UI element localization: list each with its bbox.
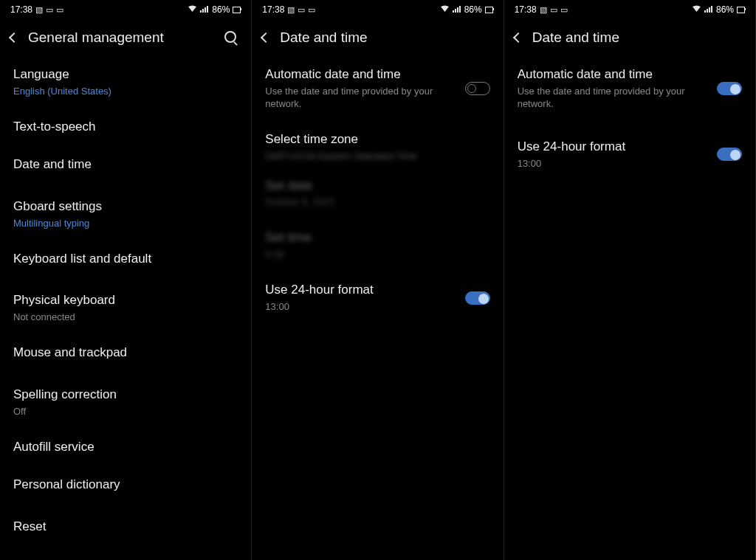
status-right: 86% (188, 4, 241, 15)
item-keyboard-list[interactable]: Keyboard list and default (13, 241, 238, 278)
svg-rect-11 (711, 6, 712, 13)
image-icon: ▧ (540, 5, 547, 15)
battery-icon (485, 7, 493, 13)
battery-icon (233, 7, 241, 13)
search-icon[interactable] (224, 31, 238, 44)
item-title: Date and time (13, 156, 238, 173)
status-time: 17:38 (515, 4, 537, 15)
item-sub: 5:38 (265, 249, 489, 261)
item-title: Personal dictionary (13, 477, 238, 494)
item-title: Keyboard list and default (13, 251, 238, 268)
header: General management (0, 19, 251, 56)
toggle-auto-datetime[interactable] (465, 82, 490, 95)
status-bar: 17:38 ▧ ▭ ▭ 86% (252, 0, 503, 19)
item-set-date[interactable]: Set date October 6, 2023 (265, 167, 489, 220)
card-icon-2: ▭ (308, 5, 315, 15)
item-sub: 13:00 (518, 158, 709, 170)
battery-icon (737, 7, 745, 13)
item-title: Reset (13, 519, 238, 536)
item-mouse-trackpad[interactable]: Mouse and trackpad (13, 334, 238, 372)
image-icon: ▧ (35, 5, 43, 15)
battery-percent: 86% (716, 4, 734, 15)
item-title: Language (13, 66, 238, 83)
back-icon[interactable] (261, 32, 271, 43)
item-title: Set time (265, 229, 489, 246)
card-icon: ▭ (46, 5, 53, 15)
item-title: Automatic date and time (518, 66, 709, 83)
wifi-icon (692, 5, 701, 14)
status-bar: 17:38 ▧ ▭ ▭ 86% (504, 0, 755, 19)
status-bar: 17:38 ▧ ▭ ▭ 86% (0, 0, 251, 19)
item-personal-dictionary[interactable]: Personal dictionary (13, 466, 238, 504)
item-language[interactable]: Language English (United States) (13, 56, 238, 108)
svg-rect-1 (202, 9, 204, 13)
card-icon-2: ▭ (560, 5, 568, 15)
wifi-icon (440, 5, 450, 14)
svg-rect-5 (455, 9, 456, 13)
datetime-list: Automatic date and time Use the date and… (504, 56, 755, 181)
header: Date and time (504, 19, 755, 56)
panel-general-management: 17:38 ▧ ▭ ▭ 86% General management Langu… (0, 0, 252, 560)
image-icon: ▧ (287, 5, 295, 15)
signal-icon (200, 5, 209, 14)
toggle-24h[interactable] (717, 148, 742, 161)
card-icon: ▭ (550, 5, 557, 15)
item-set-time[interactable]: Set time 5:38 (265, 219, 489, 272)
item-tts[interactable]: Text-to-speech (13, 108, 238, 146)
item-title: Text-to-speech (13, 119, 238, 136)
svg-rect-0 (200, 10, 202, 13)
row-auto-datetime[interactable]: Automatic date and time Use the date and… (265, 56, 489, 121)
status-right: 86% (440, 4, 493, 15)
item-title: Use 24-hour format (518, 139, 709, 156)
header: Date and time (252, 19, 503, 56)
item-sub: English (United States) (13, 86, 238, 98)
settings-list: Language English (United States) Text-to… (0, 56, 251, 546)
panel-date-time-expanded: 17:38 ▧ ▭ ▭ 86% Date and time Automatic … (252, 0, 504, 560)
item-sub: Off (13, 406, 238, 418)
item-title: Select time zone (265, 131, 489, 148)
row-24h[interactable]: Use 24-hour format 13:00 (265, 272, 489, 324)
item-autofill[interactable]: Autofill service (13, 429, 238, 466)
page-title: Date and time (280, 30, 489, 46)
wifi-icon (188, 5, 197, 14)
item-title: Use 24-hour format (265, 282, 457, 299)
item-title: Spelling correction (13, 387, 238, 404)
item-date-time[interactable]: Date and time (13, 146, 238, 184)
item-reset[interactable]: Reset (13, 508, 238, 546)
status-left: 17:38 ▧ ▭ ▭ (10, 4, 63, 15)
status-right: 86% (692, 4, 745, 15)
item-title: Mouse and trackpad (13, 345, 238, 362)
back-icon[interactable] (9, 32, 19, 43)
status-time: 17:38 (10, 4, 32, 15)
item-sub: Use the date and time provided by your n… (518, 86, 709, 111)
item-sub: 13:00 (265, 301, 457, 314)
card-icon-2: ▭ (56, 5, 63, 15)
svg-rect-3 (207, 6, 208, 13)
panel-date-time-collapsed: 17:38 ▧ ▭ ▭ 86% Date and time Automatic … (504, 0, 756, 560)
item-sub: October 6, 2023 (265, 196, 489, 209)
datetime-list: Automatic date and time Use the date and… (252, 56, 503, 324)
signal-icon (453, 5, 461, 14)
item-sub: Multilingual typing (13, 218, 238, 230)
row-24h[interactable]: Use 24-hour format 13:00 (518, 128, 742, 181)
svg-rect-8 (704, 10, 706, 13)
back-icon[interactable] (513, 32, 523, 43)
item-title: Set date (265, 178, 489, 195)
item-title: Gboard settings (13, 198, 238, 215)
svg-rect-7 (459, 6, 461, 13)
row-auto-datetime[interactable]: Automatic date and time Use the date and… (518, 56, 742, 121)
item-gboard[interactable]: Gboard settings Multilingual typing (13, 188, 238, 241)
item-title: Physical keyboard (13, 292, 238, 309)
page-title: Date and time (532, 30, 742, 46)
item-select-timezone[interactable]: Select time zone GMT+03:00 Eastern Stand… (265, 121, 489, 167)
item-physical-keyboard[interactable]: Physical keyboard Not connected (13, 282, 238, 334)
item-spelling[interactable]: Spelling correction Off (13, 376, 238, 429)
svg-rect-10 (709, 7, 710, 13)
page-title: General management (28, 30, 214, 46)
item-title: Autofill service (13, 439, 238, 456)
item-sub: Use the date and time provided by your n… (265, 86, 457, 111)
card-icon: ▭ (298, 5, 305, 15)
toggle-auto-datetime[interactable] (717, 82, 742, 95)
toggle-24h[interactable] (465, 291, 490, 305)
status-time: 17:38 (262, 4, 284, 15)
